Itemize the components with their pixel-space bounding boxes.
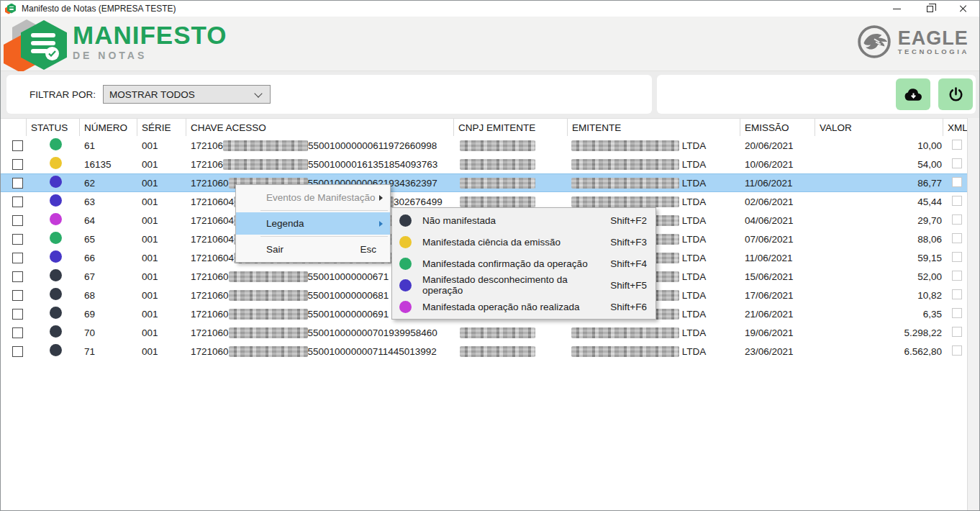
eagle-icon <box>856 24 892 60</box>
numero-cell: 68 <box>80 290 137 301</box>
col-numero[interactable]: NÚMERO <box>80 119 137 136</box>
redacted-text <box>229 309 308 320</box>
table-row[interactable]: 61 001 172106550010000000611972660998 LT… <box>1 136 979 155</box>
row-checkbox[interactable] <box>12 196 23 207</box>
legend-item-ciencia[interactable]: Manifestada ciência da emissão Shift+F3 <box>392 231 655 253</box>
redacted-text <box>460 196 535 207</box>
legend-dot <box>399 279 412 291</box>
col-xml[interactable]: XML <box>943 119 968 136</box>
xml-checkbox[interactable] <box>952 327 962 337</box>
app-name: MANIFESTO <box>73 22 227 48</box>
xml-checkbox[interactable] <box>952 289 962 299</box>
emissao-cell: 15/06/2021 <box>740 271 815 282</box>
xml-checkbox[interactable] <box>952 196 962 206</box>
legend-item-label: Manifestada confirmação da operação <box>422 258 588 269</box>
status-dot <box>50 307 62 319</box>
menu-item-sair[interactable]: Sair Esc <box>236 238 390 261</box>
valor-cell: 52,00 <box>815 271 943 282</box>
redacted-text <box>229 327 308 338</box>
legend-item-shortcut: Shift+F4 <box>610 258 647 269</box>
row-checkbox[interactable] <box>12 271 23 282</box>
xml-checkbox[interactable] <box>952 271 962 281</box>
numero-cell: 69 <box>80 309 137 320</box>
row-checkbox[interactable] <box>12 327 23 338</box>
redacted-text <box>229 271 308 282</box>
row-checkbox[interactable] <box>12 178 23 189</box>
vendor-name: EAGLE <box>898 29 969 48</box>
redacted-text <box>460 178 535 189</box>
menu-separator <box>260 236 388 237</box>
row-checkbox[interactable] <box>12 309 23 320</box>
xml-checkbox[interactable] <box>952 252 962 262</box>
emitente-cell: LTDA <box>568 140 740 151</box>
emitente-cell: LTDA <box>568 346 740 357</box>
legend-item-label: Manifestada ciência da emissão <box>422 237 561 248</box>
download-xml-button[interactable] <box>896 78 930 110</box>
chevron-down-icon <box>254 89 262 97</box>
menu-item-legenda[interactable]: Legenda <box>236 212 390 235</box>
vertical-scrollbar[interactable] <box>967 118 979 511</box>
row-checkbox[interactable] <box>12 290 23 301</box>
xml-checkbox[interactable] <box>952 308 962 318</box>
power-button[interactable] <box>938 78 973 110</box>
serie-cell: 001 <box>137 159 186 170</box>
minimize-button[interactable] <box>880 1 913 17</box>
row-checkbox[interactable] <box>12 253 23 263</box>
xml-checkbox[interactable] <box>952 140 962 150</box>
row-checkbox[interactable] <box>12 234 23 245</box>
col-valor[interactable]: VALOR <box>815 119 943 136</box>
numero-cell: 61 <box>80 140 137 151</box>
menu-item-label: Sair <box>266 244 283 255</box>
table-row[interactable]: 70 001 1721060550010000000701939958460 L… <box>1 323 979 342</box>
cnpj-cell <box>454 178 568 189</box>
legend-dot <box>399 301 412 313</box>
serie-cell: 001 <box>137 140 186 151</box>
emissao-cell: 04/06/2021 <box>740 215 815 226</box>
legend-item-desconhecimento[interactable]: Manifestado desconhecimento da operação … <box>392 274 655 296</box>
legend-item-nao-manifestada[interactable]: Não manifestada Shift+F2 <box>392 209 655 231</box>
col-emissao[interactable]: EMISSÃO <box>740 119 815 136</box>
table-row[interactable]: 16135 001 172106550010000161351854093763… <box>1 155 979 173</box>
serie-cell: 001 <box>137 215 186 226</box>
row-checkbox[interactable] <box>12 215 23 226</box>
redacted-text <box>223 140 308 151</box>
menu-item-eventos-manifestacao[interactable]: Eventos de Manifestação <box>236 186 390 209</box>
close-button[interactable] <box>946 1 979 17</box>
col-chave-acesso[interactable]: CHAVE ACESSO <box>186 119 454 136</box>
legend-item-nao-realizada[interactable]: Manifestada operação não realizada Shift… <box>392 296 655 317</box>
redacted-text <box>460 159 535 170</box>
xml-checkbox[interactable] <box>952 158 962 168</box>
row-checkbox[interactable] <box>12 140 23 151</box>
status-dot <box>50 288 62 300</box>
filter-zone: FILTRAR POR: MOSTRAR TODOS <box>1 71 979 118</box>
title-bar: Manifesto de Notas (EMPRESA TESTE) <box>1 1 979 17</box>
xml-checkbox[interactable] <box>952 214 962 225</box>
legend-item-confirmacao[interactable]: Manifestada confirmação da operação Shif… <box>392 253 655 274</box>
emitente-cell: LTDA <box>568 196 740 207</box>
row-checkbox[interactable] <box>12 159 23 170</box>
filter-dropdown-value: MOSTRAR TODOS <box>109 89 195 100</box>
vendor-subtitle: TECNOLOGIA <box>898 48 969 55</box>
table-row-selected[interactable]: 62 001 1721060550010000000621934362397 L… <box>1 173 979 192</box>
table-row[interactable]: 71 001 1721060550010000000711445013992 L… <box>1 342 979 361</box>
xml-checkbox[interactable] <box>952 345 962 356</box>
valor-cell: 29,70 <box>815 215 943 226</box>
restore-button[interactable] <box>913 1 946 17</box>
serie-cell: 001 <box>137 234 186 245</box>
xml-checkbox[interactable] <box>952 177 962 187</box>
numero-cell: 70 <box>80 327 137 338</box>
emissao-cell: 23/06/2021 <box>740 346 815 357</box>
col-status[interactable]: STATUS <box>27 119 80 136</box>
col-cnpj-emitente[interactable]: CNPJ EMITENTE <box>454 119 568 136</box>
redacted-text <box>571 346 679 357</box>
serie-cell: 001 <box>137 346 186 357</box>
col-serie[interactable]: SÉRIE <box>137 119 186 136</box>
legend-dot <box>399 214 412 227</box>
cloud-download-icon <box>904 87 923 102</box>
col-emitente[interactable]: EMITENTE <box>568 119 740 136</box>
row-checkbox[interactable] <box>12 346 23 357</box>
filter-dropdown[interactable]: MOSTRAR TODOS <box>103 85 271 104</box>
xml-checkbox[interactable] <box>952 233 962 243</box>
emissao-cell: 02/06/2021 <box>740 196 815 207</box>
valor-cell: 86,77 <box>815 178 943 189</box>
